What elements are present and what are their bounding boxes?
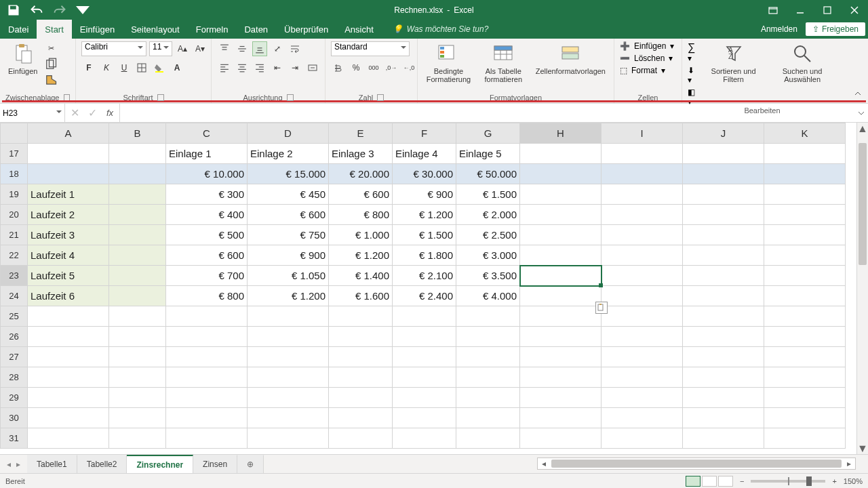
tab-datei[interactable]: Datei (0, 20, 37, 39)
cell[interactable] (520, 164, 601, 184)
borders-icon[interactable] (134, 60, 149, 75)
ribbon-display-options-icon[interactable] (760, 0, 787, 20)
cell[interactable] (248, 408, 329, 428)
cell[interactable] (393, 367, 456, 388)
row-header[interactable]: 18 (1, 164, 28, 184)
wrap-text-icon[interactable] (288, 41, 302, 56)
cell[interactable] (166, 347, 248, 367)
cell[interactable]: € 30.000 (393, 164, 456, 184)
cell[interactable] (601, 144, 683, 164)
cell[interactable] (166, 388, 248, 408)
cell[interactable]: € 3.000 (456, 245, 520, 266)
scrollbar-thumb[interactable] (859, 143, 867, 265)
cell[interactable] (520, 367, 601, 388)
column-header[interactable]: B (109, 123, 166, 144)
italic-button[interactable]: K (99, 60, 114, 75)
row-header[interactable]: 26 (1, 327, 28, 347)
select-all-corner[interactable] (1, 123, 28, 144)
cell[interactable] (520, 205, 601, 225)
cell[interactable] (764, 164, 846, 184)
cell[interactable]: Laufzeit 1 (28, 184, 109, 205)
row-header[interactable]: 30 (1, 408, 28, 428)
cell[interactable] (520, 286, 601, 306)
autosum-button[interactable]: ∑ ▾ (688, 41, 699, 63)
row-header[interactable]: 21 (1, 225, 28, 245)
cell[interactable] (520, 428, 601, 449)
cell[interactable] (764, 388, 846, 408)
cell[interactable]: € 1.200 (329, 245, 393, 266)
cell[interactable] (683, 388, 764, 408)
cell[interactable] (329, 388, 393, 408)
cell[interactable] (166, 428, 248, 449)
cell[interactable]: € 800 (329, 205, 393, 225)
cell[interactable]: € 1.600 (329, 286, 393, 306)
cell[interactable] (520, 225, 601, 245)
cell[interactable] (28, 388, 109, 408)
cell[interactable] (683, 205, 764, 225)
cell[interactable] (601, 347, 683, 367)
cell[interactable] (520, 144, 601, 164)
cell[interactable] (109, 184, 166, 205)
font-name-select[interactable]: Calibri (81, 41, 146, 56)
cell[interactable] (764, 327, 846, 347)
fill-button[interactable]: ⬇ ▾ (688, 66, 699, 85)
cell[interactable] (109, 144, 166, 164)
redo-icon[interactable] (53, 3, 66, 17)
name-box[interactable] (0, 104, 65, 122)
cell[interactable]: € 1.000 (329, 225, 393, 245)
cell[interactable]: Laufzeit 3 (28, 225, 109, 245)
cut-icon[interactable]: ✂ (44, 41, 58, 55)
column-header[interactable]: K (764, 123, 846, 144)
cell[interactable] (520, 184, 601, 205)
column-header[interactable]: I (601, 123, 683, 144)
row-header[interactable]: 23 (1, 266, 28, 286)
cell[interactable] (456, 428, 520, 449)
cell[interactable] (520, 327, 601, 347)
cell[interactable] (393, 408, 456, 428)
cell[interactable] (456, 408, 520, 428)
cell[interactable] (456, 388, 520, 408)
cell[interactable]: € 600 (248, 205, 329, 225)
close-icon[interactable] (841, 0, 868, 20)
cell[interactable] (764, 428, 846, 449)
tab-daten[interactable]: Daten (236, 20, 276, 39)
save-icon[interactable] (7, 3, 20, 17)
enter-formula-icon[interactable]: ✓ (87, 108, 98, 119)
tab-scroll-first-icon[interactable]: ◂ (7, 460, 11, 469)
cell[interactable] (601, 327, 683, 347)
copy-icon[interactable] (44, 58, 58, 71)
cell[interactable] (764, 347, 846, 367)
row-header[interactable]: 31 (1, 428, 28, 449)
scroll-down-icon[interactable]: ▼ (857, 443, 868, 454)
cell[interactable] (601, 225, 683, 245)
cell[interactable] (683, 327, 764, 347)
scroll-left-icon[interactable]: ◂ (538, 459, 550, 468)
cell[interactable] (683, 266, 764, 286)
merge-center-icon[interactable] (305, 60, 320, 75)
cell[interactable]: € 20.000 (329, 164, 393, 184)
dialog-launcher-icon[interactable] (377, 94, 384, 101)
bold-button[interactable]: F (81, 60, 96, 75)
row-header[interactable]: 27 (1, 347, 28, 367)
align-top-icon[interactable] (217, 41, 232, 56)
font-size-select[interactable]: 11 (149, 41, 172, 56)
cell[interactable] (456, 367, 520, 388)
scroll-up-icon[interactable]: ▲ (857, 123, 868, 134)
cell[interactable] (683, 428, 764, 449)
tell-me-search[interactable]: 💡 Was möchten Sie tun? (382, 20, 489, 39)
underline-button[interactable]: U (117, 60, 132, 75)
cell[interactable] (764, 184, 846, 205)
row-header[interactable]: 17 (1, 144, 28, 164)
cell[interactable] (683, 367, 764, 388)
cell[interactable] (109, 205, 166, 225)
cell[interactable]: € 600 (166, 245, 248, 266)
row-header[interactable]: 24 (1, 286, 28, 306)
accounting-format-icon[interactable] (331, 60, 346, 75)
cell[interactable] (393, 327, 456, 347)
cell[interactable] (329, 306, 393, 327)
cell[interactable] (601, 205, 683, 225)
vertical-scrollbar[interactable]: ▲ ▼ (856, 123, 868, 454)
align-left-icon[interactable] (217, 60, 232, 75)
cell[interactable] (109, 327, 166, 347)
cell[interactable]: € 2.100 (393, 266, 456, 286)
